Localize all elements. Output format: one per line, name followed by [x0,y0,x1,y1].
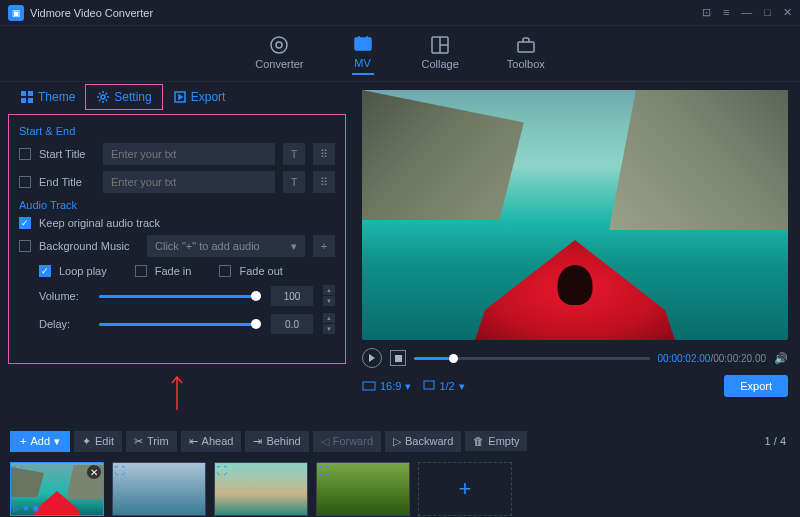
edit-button[interactable]: ✦ Edit [74,431,122,452]
end-title-input[interactable] [103,171,275,193]
volume-spinner[interactable]: ▲▼ [323,285,335,307]
time-display: 00:00:02.00/00:00:20.00 [658,353,766,364]
volume-slider[interactable] [99,295,261,298]
remove-icon[interactable]: ✕ [87,465,101,479]
end-title-label: End Title [39,176,95,188]
text-style-button-2[interactable]: T [283,171,305,193]
nav-toolbox[interactable]: Toolbox [507,34,545,74]
playback-controls: 00:00:02.00/00:00:20.00 🔊 [362,344,788,372]
top-navigation: Converter MV Collage Toolbox [0,26,800,82]
converter-icon [268,34,290,56]
nav-collage-label: Collage [422,58,459,70]
svg-rect-6 [518,42,534,52]
zoom-select[interactable]: 1/2 ▾ [423,380,464,393]
expand-icon[interactable]: ⛶ [319,465,329,476]
star-icon[interactable]: ★ [22,503,30,513]
add-audio-button[interactable]: + [313,235,335,257]
chevron-down-icon: ▾ [405,380,411,393]
thumbnail-item[interactable]: ⛶ [112,462,206,516]
svg-rect-9 [21,98,26,103]
svg-marker-14 [369,354,375,362]
start-title-checkbox[interactable] [19,148,31,160]
text-align-button-2[interactable]: ⠿ [313,171,335,193]
svg-point-11 [101,95,105,99]
bg-music-checkbox[interactable] [19,240,31,252]
play-icon[interactable]: ▷ [13,503,20,513]
thumbnail-item[interactable]: ⛶ [316,462,410,516]
thumbnail-item[interactable]: ⛶ [214,462,308,516]
thumbnail-item[interactable]: ⛶ ✕ ▷★◉ [10,462,104,516]
preview-panel: 00:00:02.00/00:00:20.00 🔊 16:9 ▾ 1/2 ▾ E… [354,82,800,420]
audiotrack-heading: Audio Track [19,199,335,211]
crop-icon [362,381,376,391]
svg-rect-16 [363,382,375,390]
left-panel: Theme Setting Export Start & End Start T… [0,82,354,420]
svg-point-0 [271,37,287,53]
settings-panel: Start & End Start Title T ⠿ End Title T … [8,114,346,364]
bg-music-select[interactable]: Click "+" to add audio▾ [147,235,305,257]
tab-export-label: Export [191,90,226,104]
add-button[interactable]: + Add ▾ [10,431,70,452]
tab-setting-label: Setting [114,90,151,104]
expand-icon[interactable]: ⛶ [13,465,23,476]
volume-label: Volume: [39,290,89,302]
tab-export[interactable]: Export [163,85,236,109]
nav-collage[interactable]: Collage [422,34,459,74]
ahead-button[interactable]: ⇤ Ahead [181,431,242,452]
play-button[interactable] [362,348,382,368]
toolbox-icon [515,34,537,56]
empty-button[interactable]: 🗑 Empty [465,431,527,451]
svg-rect-7 [21,91,26,96]
volume-value: 100 [271,286,313,306]
bottom-toolbar: + Add ▾ ✦ Edit ✂ Trim ⇤ Ahead ⇥ Behind ◁… [0,426,800,456]
aspect-ratio-select[interactable]: 16:9 ▾ [362,380,411,393]
text-align-button[interactable]: ⠿ [313,143,335,165]
tab-setting[interactable]: Setting [85,84,162,110]
export-icon [173,90,187,104]
keep-original-checkbox[interactable] [19,217,31,229]
mv-tabs: Theme Setting Export [0,82,354,112]
tab-theme[interactable]: Theme [10,85,85,109]
text-style-button[interactable]: T [283,143,305,165]
fx-icon[interactable]: ◉ [32,503,40,513]
menu-icon[interactable]: ≡ [723,6,729,19]
progress-bar[interactable] [414,357,650,360]
forward-button[interactable]: ◁ Forward [313,431,381,452]
end-title-checkbox[interactable] [19,176,31,188]
bg-music-label: Background Music [39,240,139,252]
expand-icon[interactable]: ⛶ [217,465,227,476]
add-clip-button[interactable]: + [418,462,512,516]
svg-rect-10 [28,98,33,103]
nav-mv-label: MV [354,57,371,69]
backward-button[interactable]: ▷ Backward [385,431,461,452]
expand-icon[interactable]: ⛶ [115,465,125,476]
minimize-icon[interactable]: — [741,6,752,19]
maximize-icon[interactable]: □ [764,6,771,19]
trim-button[interactable]: ✂ Trim [126,431,177,452]
nav-mv[interactable]: MV [352,33,374,75]
behind-button[interactable]: ⇥ Behind [245,431,308,452]
start-title-input[interactable] [103,143,275,165]
gear-icon [96,90,110,104]
nav-converter[interactable]: Converter [255,34,303,74]
volume-icon[interactable]: 🔊 [774,352,788,365]
nav-converter-label: Converter [255,58,303,70]
export-button[interactable]: Export [724,375,788,397]
chevron-down-icon: ▾ [459,380,465,393]
chat-icon[interactable]: ⊡ [702,6,711,19]
nav-toolbox-label: Toolbox [507,58,545,70]
preview-video[interactable] [362,90,788,340]
keep-original-label: Keep original audio track [39,217,160,229]
close-icon[interactable]: ✕ [783,6,792,19]
app-logo: ▣ [8,5,24,21]
delay-spinner[interactable]: ▲▼ [323,313,335,335]
loop-play-checkbox[interactable] [39,265,51,277]
fade-out-checkbox[interactable] [219,265,231,277]
titlebar: ▣ Vidmore Video Converter ⊡ ≡ — □ ✕ [0,0,800,26]
delay-value: 0.0 [271,314,313,334]
stop-button[interactable] [390,350,406,366]
fade-in-checkbox[interactable] [135,265,147,277]
clip-counter: 1 / 4 [765,435,786,447]
delay-slider[interactable] [99,323,261,326]
collage-icon [429,34,451,56]
